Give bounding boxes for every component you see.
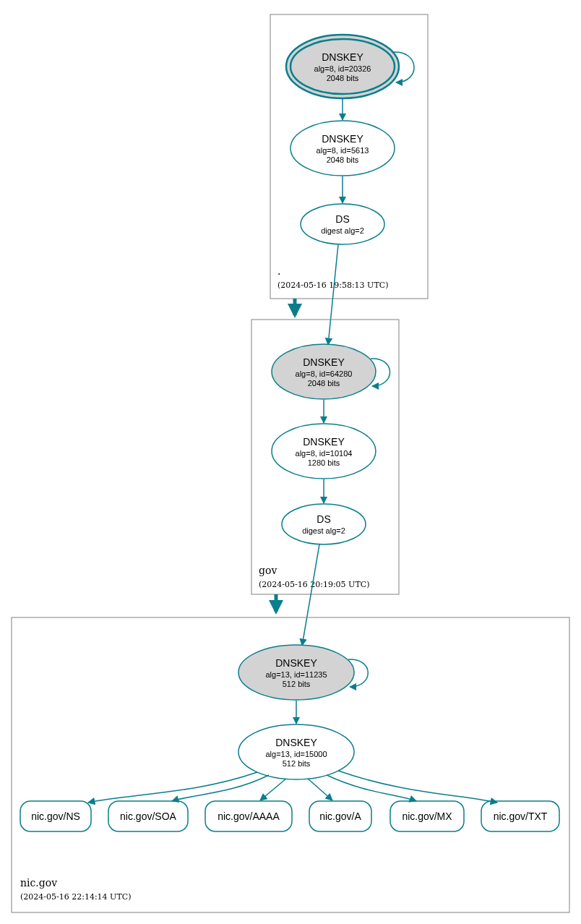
zone-label-gov: gov — [259, 565, 277, 576]
node-gov-ds: DS digest alg=2 — [282, 504, 366, 544]
rrset-aaaa: nic.gov/AAAA — [205, 801, 292, 831]
svg-text:alg=8, id=5613: alg=8, id=5613 — [317, 146, 369, 155]
edge-nic-zsk-to-aaaa — [260, 779, 286, 800]
edge-nic-zsk-to-ns — [88, 772, 257, 803]
node-root-ds: DS digest alg=2 — [301, 204, 384, 244]
node-nic-zsk: DNSKEY alg=13, id=15000 512 bits — [238, 724, 354, 779]
svg-text:nic.gov/TXT: nic.gov/TXT — [494, 810, 548, 822]
rrset-mx: nic.gov/MX — [390, 801, 464, 831]
rrset-a: nic.gov/A — [309, 801, 371, 831]
node-root-ksk: DNSKEY alg=8, id=20326 2048 bits — [286, 35, 399, 98]
svg-text:DNSKEY: DNSKEY — [322, 51, 363, 63]
node-gov-zsk: DNSKEY alg=8, id=10104 1280 bits — [272, 424, 376, 479]
svg-text:digest alg=2: digest alg=2 — [321, 226, 364, 235]
svg-text:1280 bits: 1280 bits — [308, 458, 340, 467]
svg-text:alg=13, id=15000: alg=13, id=15000 — [265, 750, 327, 758]
svg-text:2048 bits: 2048 bits — [327, 74, 359, 82]
node-nic-ksk: DNSKEY alg=13, id=11235 512 bits — [238, 645, 354, 700]
svg-text:DNSKEY: DNSKEY — [322, 133, 363, 145]
svg-text:DNSKEY: DNSKEY — [275, 657, 317, 669]
svg-text:DS: DS — [317, 513, 330, 525]
svg-text:DNSKEY: DNSKEY — [275, 737, 317, 748]
edge-nic-zsk-to-a — [308, 779, 332, 800]
dnssec-graph: . (2024-05-16 19:58:13 UTC) DNSKEY alg=8… — [0, 0, 581, 924]
svg-text:512 bits: 512 bits — [283, 759, 311, 768]
node-root-zsk: DNSKEY alg=8, id=5613 2048 bits — [290, 121, 395, 176]
svg-text:512 bits: 512 bits — [283, 680, 311, 688]
edge-root-ds-to-gov-ksk — [328, 244, 338, 345]
svg-text:nic.gov/NS: nic.gov/NS — [31, 810, 80, 822]
zone-timestamp-gov: (2024-05-16 20:19:05 UTC) — [259, 580, 369, 589]
rrset-soa: nic.gov/SOA — [108, 801, 188, 831]
svg-text:DNSKEY: DNSKEY — [303, 356, 345, 368]
svg-text:DNSKEY: DNSKEY — [303, 436, 345, 448]
svg-text:alg=13, id=11235: alg=13, id=11235 — [265, 670, 327, 679]
rrset-txt: nic.gov/TXT — [481, 801, 559, 831]
zone-label-nic: nic.gov — [20, 877, 57, 889]
svg-text:nic.gov/AAAA: nic.gov/AAAA — [218, 810, 280, 822]
edge-nic-zsk-to-txt — [338, 771, 497, 803]
edge-gov-ds-to-nic-ksk — [302, 544, 319, 646]
svg-text:alg=8, id=20326: alg=8, id=20326 — [314, 64, 371, 73]
zone-label-root: . — [277, 265, 280, 277]
svg-text:alg=8, id=10104: alg=8, id=10104 — [296, 449, 353, 458]
svg-text:nic.gov/SOA: nic.gov/SOA — [120, 810, 176, 822]
svg-text:nic.gov/A: nic.gov/A — [319, 810, 361, 822]
zone-timestamp-nic: (2024-05-16 22:14:14 UTC) — [20, 892, 131, 902]
svg-text:2048 bits: 2048 bits — [327, 155, 359, 164]
svg-text:2048 bits: 2048 bits — [308, 379, 340, 388]
node-gov-ksk: DNSKEY alg=8, id=64280 2048 bits — [272, 344, 376, 399]
edge-nic-zsk-to-soa — [172, 775, 269, 801]
svg-text:nic.gov/MX: nic.gov/MX — [402, 810, 452, 822]
rrset-ns: nic.gov/NS — [20, 801, 91, 831]
svg-text:alg=8, id=64280: alg=8, id=64280 — [296, 369, 353, 378]
svg-text:digest alg=2: digest alg=2 — [302, 526, 345, 535]
zone-timestamp-root: (2024-05-16 19:58:13 UTC) — [277, 281, 388, 290]
svg-text:DS: DS — [335, 213, 349, 225]
